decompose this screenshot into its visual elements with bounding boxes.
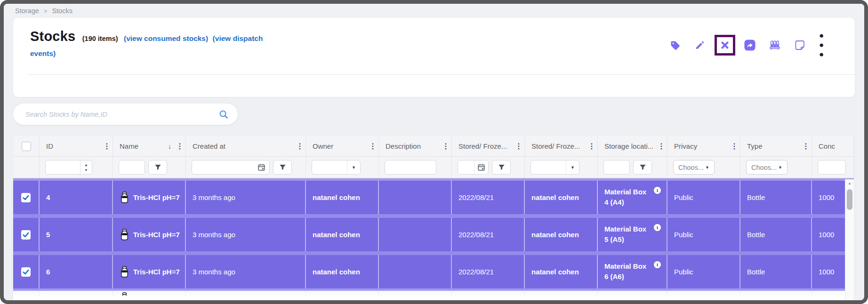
filter-cell-name <box>113 157 186 178</box>
row-select-cell <box>13 255 40 288</box>
filter-cell-description <box>379 157 452 178</box>
table-row[interactable]: 6Tris-HCl pH=73 months agonatanel cohen2… <box>13 255 854 288</box>
dropdown-arrow-icon[interactable]: ▼ <box>347 160 360 174</box>
breadcrumb-stocks[interactable]: Stocks <box>52 7 72 15</box>
column-header-id[interactable]: ID⋮ <box>40 136 113 156</box>
row-checkbox[interactable] <box>21 193 31 202</box>
table-row[interactable]: 5Tris-HCl pH=73 months agonatanel cohen2… <box>13 218 854 251</box>
stock-name: Tris-HCl pH=7 <box>133 231 180 239</box>
select-all-checkbox[interactable] <box>22 142 31 151</box>
column-label-type: Type <box>747 142 802 150</box>
row-select-cell <box>13 181 40 214</box>
filter-conc-input[interactable] <box>818 160 845 174</box>
share-button[interactable] <box>744 40 755 51</box>
numeric-stepper[interactable]: ▲▼ <box>80 160 92 174</box>
filter-location-input[interactable] <box>604 160 629 174</box>
cell-stored_at: 2022/08/21 <box>452 181 525 214</box>
column-header-owner[interactable]: Owner⋮ <box>306 136 379 156</box>
info-icon[interactable]: i <box>654 224 661 231</box>
column-label-conc: Conc <box>819 142 851 150</box>
cell-privacy <box>667 291 740 296</box>
search-input[interactable] <box>24 110 219 119</box>
column-menu-icon[interactable]: ⋮ <box>658 142 664 151</box>
column-menu-icon[interactable]: ⋮ <box>442 142 449 151</box>
info-icon[interactable]: i <box>654 261 661 268</box>
cell-created: 3 months ago <box>186 181 306 214</box>
page-header-card: Stocks (190 items) (view consumed stocks… <box>13 18 855 97</box>
filter-created-button[interactable] <box>273 160 292 175</box>
sort-descending-icon[interactable]: ↓ <box>168 143 171 150</box>
filter-created-input[interactable] <box>192 160 257 174</box>
filter-stored_by-input[interactable] <box>531 160 566 174</box>
cell-created <box>186 291 306 296</box>
calendar-icon[interactable] <box>257 163 269 171</box>
filter-location-button[interactable] <box>633 160 652 175</box>
cell-type: Bottle <box>740 181 812 214</box>
column-menu-icon[interactable]: ⋮ <box>103 142 110 151</box>
dropdown-arrow-icon: ▼ <box>778 165 782 170</box>
column-label-name: Name <box>120 142 167 150</box>
breadcrumb-storage[interactable]: Storage <box>15 7 39 15</box>
column-label-location: Storage locati... <box>604 142 658 150</box>
more-options-button[interactable]: ● ● ● <box>819 40 830 51</box>
row-separator <box>13 214 854 218</box>
filter-description-input[interactable] <box>385 160 436 174</box>
column-header-stored_at[interactable]: Stored/ Froze...⋮ <box>452 136 525 156</box>
calendar-icon[interactable] <box>474 160 488 174</box>
select-all-cell <box>13 136 40 156</box>
column-header-created[interactable]: Created at⋮ <box>186 136 306 156</box>
view-consumed-stocks-link[interactable]: (view consumed stocks) <box>124 34 208 42</box>
column-menu-icon[interactable]: ⋮ <box>515 142 522 151</box>
scroll-up-button[interactable]: ▲ <box>845 179 854 187</box>
filter-type-dropdown[interactable]: Choos...▼ <box>746 160 788 175</box>
breadcrumb: Storage > Stocks <box>4 4 864 18</box>
info-icon[interactable]: i <box>654 187 661 194</box>
edit-button[interactable] <box>694 40 706 51</box>
row-checkbox[interactable] <box>21 267 31 277</box>
column-menu-icon[interactable]: ⋮ <box>802 142 809 151</box>
search-icon[interactable] <box>219 110 228 119</box>
column-menu-icon[interactable]: ⋮ <box>731 142 737 151</box>
dropdown-arrow-icon[interactable]: ▼ <box>566 160 579 174</box>
column-menu-icon[interactable]: ⋮ <box>296 142 303 151</box>
filter-cell-stored_at <box>452 157 525 178</box>
column-header-description[interactable]: Description⋮ <box>379 136 452 156</box>
search-row <box>13 104 864 125</box>
column-header-name[interactable]: Name↓⋮ <box>113 136 186 156</box>
column-header-privacy[interactable]: Privacy⋮ <box>667 136 740 156</box>
cell-name <box>113 291 186 296</box>
delete-button[interactable] <box>719 40 731 51</box>
column-header-type[interactable]: Type⋮ <box>740 136 812 156</box>
column-menu-icon[interactable]: ⋮ <box>588 142 595 151</box>
tag-button[interactable] <box>669 40 681 51</box>
row-checkbox[interactable] <box>21 230 31 240</box>
row-select-cell <box>13 291 40 296</box>
filter-cell-created <box>186 157 306 178</box>
column-label-stored_by: Stored/ Froze... <box>531 142 588 150</box>
cell-owner: natanel cohen <box>306 218 379 251</box>
filter-name-button[interactable] <box>148 160 167 175</box>
table-row-partial <box>13 291 854 296</box>
column-header-conc[interactable]: Conc <box>812 136 854 156</box>
title-block: Stocks (190 items) (view consumed stocks… <box>13 18 270 61</box>
column-label-description: Description <box>386 142 442 150</box>
tube-rack-button[interactable] <box>769 40 780 51</box>
cell-stored_at: 2022/08/21 <box>452 255 525 288</box>
cell-privacy: Public <box>667 181 740 214</box>
note-button[interactable] <box>794 40 805 51</box>
search-bar <box>13 104 238 125</box>
column-header-location[interactable]: Storage locati...⋮ <box>598 136 667 156</box>
filter-name-input[interactable] <box>119 160 145 174</box>
filter-id-input[interactable] <box>46 160 80 174</box>
column-menu-icon[interactable]: ⋮ <box>176 142 183 151</box>
cell-id: 5 <box>40 218 113 251</box>
scrollbar-thumb[interactable] <box>847 189 852 210</box>
filter-owner-input[interactable] <box>312 160 347 174</box>
column-header-stored_by[interactable]: Stored/ Froze...⋮ <box>525 136 598 156</box>
filter-stored_at-button[interactable] <box>492 160 511 175</box>
filter-privacy-dropdown[interactable]: Choos...▼ <box>673 160 715 175</box>
column-menu-icon[interactable]: ⋮ <box>369 142 376 151</box>
vertical-scrollbar[interactable]: ▲ <box>845 179 854 300</box>
table-row[interactable]: 4Tris-HCl pH=73 months agonatanel cohen2… <box>13 181 854 214</box>
filter-stored_at-input[interactable] <box>458 160 474 174</box>
